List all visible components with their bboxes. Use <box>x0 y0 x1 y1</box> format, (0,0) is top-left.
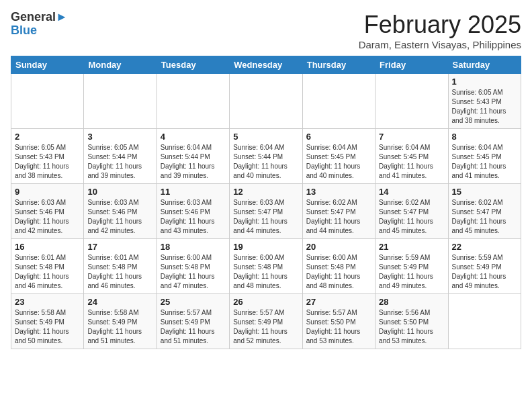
weekday-header-sunday: Sunday <box>11 56 84 74</box>
calendar-cell <box>230 74 302 129</box>
calendar-cell: 12Sunrise: 6:03 AM Sunset: 5:47 PM Dayli… <box>230 184 302 239</box>
calendar-cell <box>11 74 84 129</box>
day-info: Sunrise: 6:02 AM Sunset: 5:47 PM Dayligh… <box>379 198 444 236</box>
day-number: 10 <box>87 187 152 197</box>
calendar-cell: 2Sunrise: 6:05 AM Sunset: 5:43 PM Daylig… <box>11 129 84 184</box>
calendar-subtitle: Daram, Eastern Visayas, Philippines <box>359 39 521 50</box>
calendar-cell: 20Sunrise: 6:00 AM Sunset: 5:48 PM Dayli… <box>302 239 375 294</box>
day-info: Sunrise: 6:05 AM Sunset: 5:43 PM Dayligh… <box>452 88 517 126</box>
day-info: Sunrise: 5:58 AM Sunset: 5:49 PM Dayligh… <box>15 308 80 346</box>
day-info: Sunrise: 6:03 AM Sunset: 5:46 PM Dayligh… <box>87 198 152 236</box>
calendar-cell: 7Sunrise: 6:04 AM Sunset: 5:45 PM Daylig… <box>375 129 448 184</box>
calendar-table: SundayMondayTuesdayWednesdayThursdayFrid… <box>11 56 521 349</box>
calendar-cell: 25Sunrise: 5:57 AM Sunset: 5:49 PM Dayli… <box>157 294 229 349</box>
calendar-cell <box>157 74 229 129</box>
day-info: Sunrise: 5:59 AM Sunset: 5:49 PM Dayligh… <box>452 253 517 291</box>
day-number: 13 <box>306 187 371 197</box>
day-info: Sunrise: 5:57 AM Sunset: 5:49 PM Dayligh… <box>233 308 298 346</box>
day-number: 5 <box>233 132 298 142</box>
day-number: 14 <box>379 187 444 197</box>
calendar-week-row: 23Sunrise: 5:58 AM Sunset: 5:49 PM Dayli… <box>11 294 521 349</box>
day-number: 22 <box>452 242 517 252</box>
day-info: Sunrise: 5:57 AM Sunset: 5:49 PM Dayligh… <box>161 308 226 346</box>
calendar-cell: 22Sunrise: 5:59 AM Sunset: 5:49 PM Dayli… <box>448 239 521 294</box>
day-info: Sunrise: 5:57 AM Sunset: 5:50 PM Dayligh… <box>306 308 371 346</box>
title-block: February 2025 Daram, Eastern Visayas, Ph… <box>359 11 521 50</box>
calendar-cell <box>302 74 375 129</box>
calendar-cell: 28Sunrise: 5:56 AM Sunset: 5:50 PM Dayli… <box>375 294 448 349</box>
day-number: 23 <box>15 297 80 307</box>
day-info: Sunrise: 6:03 AM Sunset: 5:46 PM Dayligh… <box>161 198 226 236</box>
day-info: Sunrise: 6:04 AM Sunset: 5:44 PM Dayligh… <box>161 143 226 181</box>
day-number: 27 <box>306 297 371 307</box>
day-number: 4 <box>161 132 226 142</box>
calendar-cell: 16Sunrise: 6:01 AM Sunset: 5:48 PM Dayli… <box>11 239 84 294</box>
day-info: Sunrise: 6:00 AM Sunset: 5:48 PM Dayligh… <box>306 253 371 291</box>
calendar-cell: 21Sunrise: 5:59 AM Sunset: 5:49 PM Dayli… <box>375 239 448 294</box>
calendar-cell: 27Sunrise: 5:57 AM Sunset: 5:50 PM Dayli… <box>302 294 375 349</box>
weekday-header-row: SundayMondayTuesdayWednesdayThursdayFrid… <box>11 56 521 74</box>
calendar-cell: 24Sunrise: 5:58 AM Sunset: 5:49 PM Dayli… <box>84 294 157 349</box>
day-info: Sunrise: 6:01 AM Sunset: 5:48 PM Dayligh… <box>15 253 80 291</box>
calendar-cell: 23Sunrise: 5:58 AM Sunset: 5:49 PM Dayli… <box>11 294 84 349</box>
day-info: Sunrise: 6:05 AM Sunset: 5:43 PM Dayligh… <box>15 143 80 181</box>
day-info: Sunrise: 5:58 AM Sunset: 5:49 PM Dayligh… <box>87 308 152 346</box>
day-number: 17 <box>87 242 152 252</box>
day-number: 26 <box>233 297 298 307</box>
day-number: 28 <box>379 297 444 307</box>
page-header: General► Blue February 2025 Daram, Easte… <box>11 11 521 50</box>
day-number: 1 <box>452 77 517 87</box>
logo-general-text: General <box>11 10 56 24</box>
day-info: Sunrise: 6:00 AM Sunset: 5:48 PM Dayligh… <box>233 253 298 291</box>
weekday-header-saturday: Saturday <box>448 56 521 74</box>
calendar-cell: 5Sunrise: 6:04 AM Sunset: 5:44 PM Daylig… <box>230 129 302 184</box>
day-info: Sunrise: 6:04 AM Sunset: 5:45 PM Dayligh… <box>379 143 444 181</box>
calendar-cell: 19Sunrise: 6:00 AM Sunset: 5:48 PM Dayli… <box>230 239 302 294</box>
calendar-week-row: 2Sunrise: 6:05 AM Sunset: 5:43 PM Daylig… <box>11 129 521 184</box>
day-number: 2 <box>15 132 80 142</box>
day-info: Sunrise: 6:04 AM Sunset: 5:45 PM Dayligh… <box>306 143 371 181</box>
calendar-cell: 13Sunrise: 6:02 AM Sunset: 5:47 PM Dayli… <box>302 184 375 239</box>
logo: General► Blue <box>11 11 68 38</box>
calendar-title: February 2025 <box>359 11 521 39</box>
day-info: Sunrise: 6:05 AM Sunset: 5:44 PM Dayligh… <box>87 143 152 181</box>
calendar-cell: 26Sunrise: 5:57 AM Sunset: 5:49 PM Dayli… <box>230 294 302 349</box>
calendar-cell: 11Sunrise: 6:03 AM Sunset: 5:46 PM Dayli… <box>157 184 229 239</box>
day-number: 12 <box>233 187 298 197</box>
day-number: 9 <box>15 187 80 197</box>
day-info: Sunrise: 6:01 AM Sunset: 5:48 PM Dayligh… <box>87 253 152 291</box>
calendar-cell <box>448 294 521 349</box>
day-number: 11 <box>161 187 226 197</box>
calendar-cell: 8Sunrise: 6:04 AM Sunset: 5:45 PM Daylig… <box>448 129 521 184</box>
day-number: 15 <box>452 187 517 197</box>
logo-blue-text: Blue <box>11 24 68 38</box>
day-info: Sunrise: 6:00 AM Sunset: 5:48 PM Dayligh… <box>161 253 226 291</box>
day-info: Sunrise: 6:04 AM Sunset: 5:45 PM Dayligh… <box>452 143 517 181</box>
calendar-cell: 10Sunrise: 6:03 AM Sunset: 5:46 PM Dayli… <box>84 184 157 239</box>
day-number: 18 <box>161 242 226 252</box>
calendar-cell: 17Sunrise: 6:01 AM Sunset: 5:48 PM Dayli… <box>84 239 157 294</box>
day-number: 6 <box>306 132 371 142</box>
weekday-header-friday: Friday <box>375 56 448 74</box>
calendar-cell <box>375 74 448 129</box>
day-info: Sunrise: 6:04 AM Sunset: 5:44 PM Dayligh… <box>233 143 298 181</box>
calendar-cell: 1Sunrise: 6:05 AM Sunset: 5:43 PM Daylig… <box>448 74 521 129</box>
day-info: Sunrise: 6:02 AM Sunset: 5:47 PM Dayligh… <box>452 198 517 236</box>
calendar-week-row: 9Sunrise: 6:03 AM Sunset: 5:46 PM Daylig… <box>11 184 521 239</box>
calendar-cell: 14Sunrise: 6:02 AM Sunset: 5:47 PM Dayli… <box>375 184 448 239</box>
calendar-cell: 4Sunrise: 6:04 AM Sunset: 5:44 PM Daylig… <box>157 129 229 184</box>
day-number: 24 <box>87 297 152 307</box>
day-number: 7 <box>379 132 444 142</box>
day-number: 19 <box>233 242 298 252</box>
day-info: Sunrise: 5:59 AM Sunset: 5:49 PM Dayligh… <box>379 253 444 291</box>
day-number: 20 <box>306 242 371 252</box>
day-number: 16 <box>15 242 80 252</box>
calendar-cell <box>84 74 157 129</box>
day-info: Sunrise: 5:56 AM Sunset: 5:50 PM Dayligh… <box>379 308 444 346</box>
calendar-cell: 18Sunrise: 6:00 AM Sunset: 5:48 PM Dayli… <box>157 239 229 294</box>
calendar-cell: 3Sunrise: 6:05 AM Sunset: 5:44 PM Daylig… <box>84 129 157 184</box>
calendar-cell: 15Sunrise: 6:02 AM Sunset: 5:47 PM Dayli… <box>448 184 521 239</box>
day-info: Sunrise: 6:02 AM Sunset: 5:47 PM Dayligh… <box>306 198 371 236</box>
calendar-cell: 6Sunrise: 6:04 AM Sunset: 5:45 PM Daylig… <box>302 129 375 184</box>
day-info: Sunrise: 6:03 AM Sunset: 5:46 PM Dayligh… <box>15 198 80 236</box>
